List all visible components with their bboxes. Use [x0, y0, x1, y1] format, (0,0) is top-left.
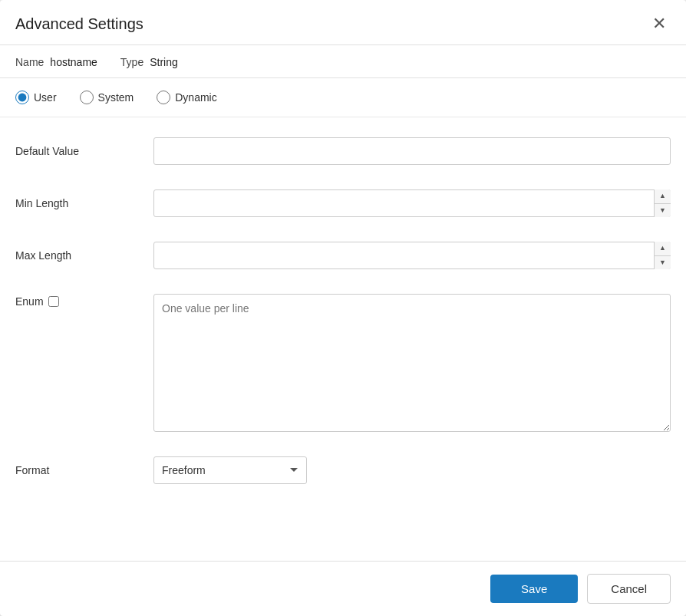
format-select[interactable]: Freeform Email URL IPv4 IPv6 Hostname Da…	[153, 456, 307, 484]
dialog-footer: Save Cancel	[0, 561, 686, 616]
form-body: Default Value Min Length ▲ ▼	[0, 117, 686, 561]
max-length-row: Max Length ▲ ▼	[15, 229, 671, 282]
min-length-decrement[interactable]: ▼	[655, 204, 671, 218]
format-label: Format	[15, 464, 138, 476]
radio-user-label: User	[34, 91, 57, 104]
max-length-increment[interactable]: ▲	[655, 242, 671, 256]
max-length-label: Max Length	[15, 249, 138, 262]
min-length-wrap: ▲ ▼	[153, 189, 671, 217]
radio-user-input[interactable]	[15, 91, 29, 104]
enum-label: Enum	[15, 294, 138, 308]
dialog-title: Advanced Settings	[15, 15, 143, 33]
meta-name: Name hostname	[15, 56, 97, 68]
advanced-settings-dialog: Advanced Settings ✕ Name hostname Type S…	[0, 0, 686, 616]
max-length-spinner-buttons: ▲ ▼	[654, 242, 671, 269]
save-button[interactable]: Save	[490, 575, 578, 603]
type-value: String	[150, 56, 178, 68]
format-wrap: Freeform Email URL IPv4 IPv6 Hostname Da…	[153, 456, 671, 484]
name-value: hostname	[50, 56, 97, 68]
name-label: Name	[15, 56, 44, 68]
radio-system-input[interactable]	[80, 91, 94, 104]
min-length-label: Min Length	[15, 197, 138, 209]
radio-user[interactable]: User	[15, 91, 57, 104]
min-length-spinner-buttons: ▲ ▼	[654, 189, 671, 217]
max-length-spinner: ▲ ▼	[153, 242, 671, 269]
cancel-button[interactable]: Cancel	[587, 574, 671, 604]
radio-group: User System Dynamic	[0, 78, 686, 117]
format-row: Format Freeform Email URL IPv4 IPv6 Host…	[15, 444, 671, 496]
radio-system-label: System	[98, 91, 134, 104]
enum-checkbox[interactable]	[48, 296, 59, 307]
min-length-increment[interactable]: ▲	[655, 189, 671, 204]
type-label: Type	[120, 56, 143, 68]
max-length-wrap: ▲ ▼	[153, 242, 671, 269]
min-length-row: Min Length ▲ ▼	[15, 177, 671, 229]
meta-type: Type String	[120, 56, 178, 68]
radio-dynamic-input[interactable]	[157, 91, 170, 104]
min-length-input[interactable]	[153, 189, 671, 217]
meta-row: Name hostname Type String	[0, 45, 686, 78]
radio-system[interactable]: System	[80, 91, 134, 104]
enum-textarea[interactable]	[153, 294, 671, 432]
min-length-spinner: ▲ ▼	[153, 189, 671, 217]
enum-row: Enum	[15, 282, 671, 444]
radio-dynamic-label: Dynamic	[175, 91, 216, 104]
default-value-row: Default Value	[15, 125, 671, 177]
dialog-header: Advanced Settings ✕	[0, 0, 686, 45]
max-length-input[interactable]	[153, 242, 671, 269]
radio-dynamic[interactable]: Dynamic	[157, 91, 216, 104]
max-length-decrement[interactable]: ▼	[655, 256, 671, 270]
default-value-input[interactable]	[153, 137, 671, 165]
default-value-wrap	[153, 137, 671, 165]
close-button[interactable]: ✕	[648, 14, 671, 34]
default-value-label: Default Value	[15, 145, 138, 157]
